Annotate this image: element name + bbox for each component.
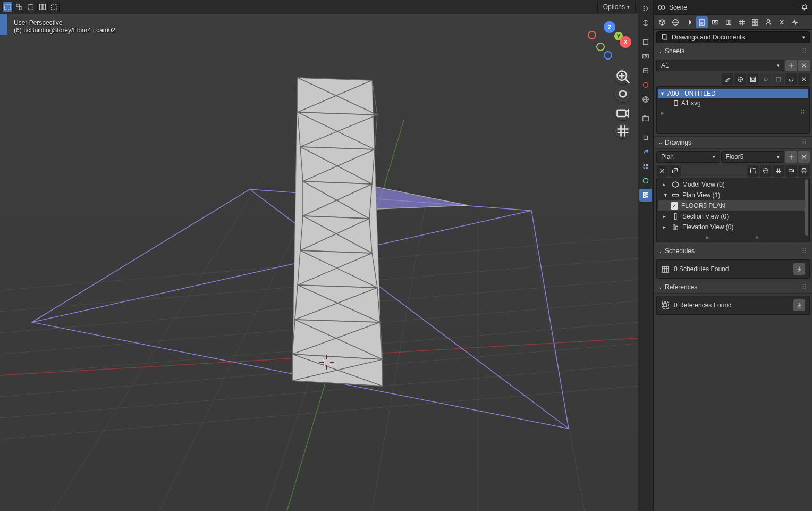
expand-icon[interactable]: ▸	[663, 214, 669, 219]
svg-rect-54	[789, 170, 792, 172]
drawing-target-selector[interactable]: Floor5 ▾	[721, 151, 785, 163]
tool-view-icon[interactable]	[639, 64, 652, 77]
section-menu-icon[interactable]: ⠿	[802, 139, 808, 146]
tool-scene-icon[interactable]	[639, 79, 652, 91]
axis-neg-y-icon[interactable]	[596, 43, 605, 51]
drawing-tool-1-icon[interactable]	[747, 165, 759, 177]
axis-z-icon[interactable]: Z	[604, 21, 615, 33]
svg-rect-27	[644, 193, 646, 195]
tool-particles-icon[interactable]	[639, 160, 652, 173]
drawing-add-button[interactable]	[785, 151, 797, 163]
category-selector[interactable]: Drawings and Documents ▾	[656, 31, 810, 43]
tool-render-icon[interactable]	[639, 36, 652, 48]
checkbox-checked-icon[interactable]: ✓	[671, 202, 678, 210]
sheet-tool-reload-icon[interactable]	[785, 73, 797, 85]
svg-rect-63	[662, 302, 669, 308]
editor-type-toolbar	[638, 0, 654, 511]
select-mode-4-icon[interactable]	[37, 2, 48, 12]
tab-2-icon[interactable]	[670, 16, 681, 28]
drawing-item-section-view[interactable]: ▸ Section View (0)	[658, 211, 808, 222]
grid-tool-icon[interactable]	[615, 123, 630, 138]
drawing-close-icon[interactable]	[656, 165, 668, 177]
sheets-tree[interactable]: ▼ A00 - UNTITLED A1.svg ▸⠿	[656, 86, 810, 134]
tool-modifier-icon[interactable]	[639, 146, 652, 158]
drawing-item-elevation-view[interactable]: ▸ Elevation View (0)	[658, 222, 808, 232]
pin-icon[interactable]	[801, 4, 809, 11]
tab-11-icon[interactable]	[789, 16, 801, 28]
tab-9-icon[interactable]	[763, 16, 774, 28]
zoom-tool-icon[interactable]	[615, 69, 630, 84]
drawings-tree[interactable]: ▸ Model View (0) ▼ Plan View (1) ✓ FLOOR…	[656, 178, 810, 242]
drawing-tool-globe-icon[interactable]	[760, 165, 772, 177]
sheets-header[interactable]: ⌄ Sheets ⠿	[654, 45, 812, 57]
sheet-tool-globe-icon[interactable]	[734, 73, 746, 85]
tool-world-icon[interactable]	[639, 93, 652, 106]
drawing-remove-button[interactable]	[798, 151, 810, 163]
section-menu-icon[interactable]: ⠿	[802, 247, 808, 255]
tab-3-icon[interactable]	[683, 16, 695, 28]
axis-neg-z-icon[interactable]	[604, 51, 612, 60]
sheet-tree-child[interactable]: A1.svg	[658, 98, 808, 108]
sheet-tool-frame-icon[interactable]	[747, 73, 759, 85]
tab-5-icon[interactable]	[709, 16, 721, 28]
scrollbar[interactable]	[805, 179, 808, 236]
references-header[interactable]: ⌄ References ⠿	[654, 281, 812, 294]
tab-1-icon[interactable]	[656, 16, 668, 28]
tool-properties-icon[interactable]	[639, 2, 652, 15]
sheet-tool-edit-icon[interactable]	[722, 73, 733, 85]
axis-gizmo[interactable]: Z Y X	[588, 21, 630, 64]
drawing-out-icon[interactable]	[669, 165, 681, 177]
expand-icon[interactable]: ▸	[663, 182, 669, 187]
drawing-tool-cam-icon[interactable]	[785, 165, 797, 177]
section-menu-icon[interactable]: ⠿	[802, 47, 808, 55]
tab-10-icon[interactable]	[776, 16, 788, 28]
select-mode-5-icon[interactable]	[49, 2, 60, 12]
tool-output-icon[interactable]	[639, 50, 652, 63]
tab-6-icon[interactable]	[723, 16, 734, 28]
tab-7-icon[interactable]	[736, 16, 748, 28]
select-mode-3-icon[interactable]	[26, 2, 36, 12]
drawing-item-model-view[interactable]: ▸ Model View (0)	[658, 179, 808, 190]
references-import-button[interactable]	[793, 299, 805, 311]
sheet-tool-5-icon[interactable]	[773, 73, 784, 85]
collapse-icon[interactable]: ▼	[663, 192, 669, 198]
drawings-header[interactable]: ⌄ Drawings ⠿	[654, 136, 812, 149]
camera-tool-icon[interactable]	[615, 105, 630, 120]
select-mode-2-icon[interactable]	[14, 2, 24, 12]
axis-x-icon[interactable]: X	[620, 36, 631, 48]
section-menu-icon[interactable]: ⠿	[802, 283, 808, 291]
svg-rect-21	[643, 117, 649, 121]
drawing-item-floor5-plan[interactable]: ✓ FLOOR5 PLAN	[658, 200, 808, 211]
collapse-icon[interactable]: ▼	[660, 91, 665, 96]
tab-8-icon[interactable]	[749, 16, 761, 28]
move-tool-icon[interactable]	[615, 87, 630, 102]
drawing-tool-print-icon[interactable]	[798, 165, 810, 177]
viewport-left-handle[interactable]	[0, 14, 7, 35]
svg-rect-57	[803, 172, 806, 173]
viewport-3d[interactable]: Options ▾ User Perspective (6) IfcBuildi…	[0, 0, 638, 511]
drawing-item-plan-view[interactable]: ▼ Plan View (1)	[658, 190, 808, 200]
tool-physics-icon[interactable]	[639, 174, 652, 187]
reference-icon	[661, 301, 670, 309]
tool-tool-icon[interactable]	[639, 16, 652, 29]
tool-object-icon[interactable]	[639, 131, 652, 144]
drawing-type-selector[interactable]: Plan ▾	[656, 151, 720, 163]
sheet-tool-4-icon[interactable]	[760, 73, 772, 85]
tab-4-icon[interactable]	[696, 16, 708, 28]
select-mode-box-icon[interactable]	[2, 2, 13, 12]
sheet-remove-button[interactable]	[798, 60, 810, 71]
sheet-selector[interactable]: A1 ▾	[656, 60, 784, 71]
schedules-import-button[interactable]	[793, 263, 805, 275]
axis-neg-x-icon[interactable]	[588, 31, 596, 39]
viewport-canvas[interactable]	[0, 14, 638, 511]
sheet-tool-close-icon[interactable]	[798, 73, 810, 85]
tool-constraints-icon[interactable]	[639, 189, 652, 202]
expand-icon[interactable]: ▸	[663, 224, 669, 230]
options-dropdown[interactable]: Options ▾	[597, 1, 636, 13]
drawing-tool-grid-icon[interactable]	[773, 165, 784, 177]
schedules-header[interactable]: ⌄ Schedules ⠿	[654, 245, 812, 257]
sheet-add-button[interactable]	[785, 60, 797, 71]
tool-collection-icon[interactable]	[639, 112, 652, 125]
chevron-down-icon: ⌄	[658, 284, 663, 290]
sheet-tree-root[interactable]: ▼ A00 - UNTITLED	[658, 89, 808, 98]
